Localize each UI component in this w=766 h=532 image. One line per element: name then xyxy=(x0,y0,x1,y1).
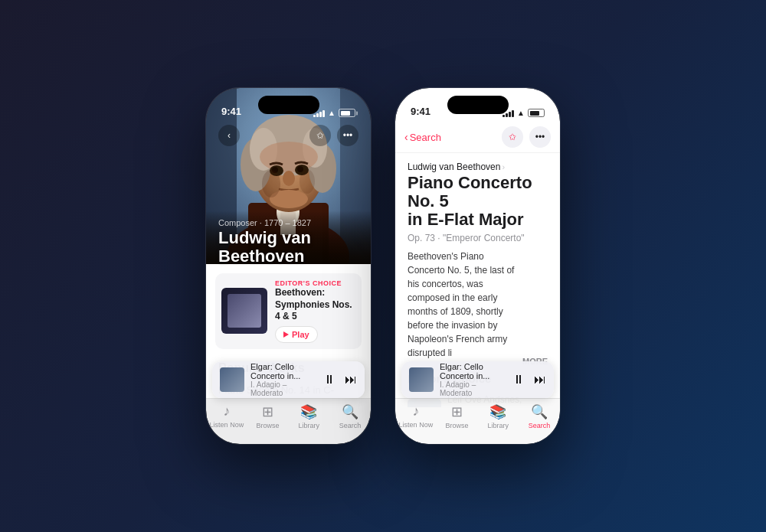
mini-player-subtitle-1: I. Adagio – Moderato xyxy=(250,380,317,397)
composer-chevron: › xyxy=(502,162,505,171)
artist-name: Ludwig vanBeethoven xyxy=(218,229,311,266)
more-button-2[interactable]: ••• xyxy=(529,126,551,148)
next-button-2[interactable]: ⏭ xyxy=(534,373,546,387)
browse-icon-2: ⊞ xyxy=(451,403,463,420)
status-time-1: 9:41 xyxy=(221,106,241,119)
status-time-2: 9:41 xyxy=(411,106,430,119)
mini-player-info-2: Elgar: Cello Concerto in... I. Adagio – … xyxy=(440,362,506,397)
pause-button-2[interactable]: ⏸ xyxy=(512,373,525,387)
phone1-nav: ‹ ✩ ••• xyxy=(206,122,371,149)
tab-bar-2: ♪ Listen Now ⊞ Browse 📚 Library 🔍 Search xyxy=(395,398,560,444)
concerto-subtitle: Op. 73 · "Emperor Concerto" xyxy=(408,233,548,243)
tab-label-listen-2: Listen Now xyxy=(399,421,434,429)
back-label: Search xyxy=(410,132,441,143)
mini-player-subtitle-2: I. Adagio – Moderato xyxy=(440,380,506,397)
svg-point-19 xyxy=(283,171,295,186)
nav2-right: ✩ ••• xyxy=(502,126,551,148)
composer-name: Ludwig van Beethoven xyxy=(408,162,500,172)
tab-label-search-1: Search xyxy=(339,422,362,429)
phone-2: 9:41 ▲ ‹ Sea xyxy=(395,88,560,444)
dynamic-island-2 xyxy=(447,96,509,114)
back-chevron: ‹ xyxy=(404,131,408,143)
tab-label-browse-2: Browse xyxy=(446,422,469,429)
tab-browse-2[interactable]: ⊞ Browse xyxy=(437,403,478,429)
library-icon-2: 📚 xyxy=(489,403,506,420)
concerto-title: Piano Concerto No. 5in E-Flat Major xyxy=(408,174,548,230)
phone-1: 9:41 ▲ ‹ ✩ xyxy=(206,88,371,444)
artist-info: Composer · 1770 – 1827 Ludwig vanBeethov… xyxy=(218,218,311,444)
tab-search-2[interactable]: 🔍 Search xyxy=(519,403,560,429)
mini-player-title-2: Elgar: Cello Concerto in... xyxy=(440,362,506,380)
mini-player-title-1: Elgar: Cello Concerto in... xyxy=(250,362,317,380)
status-icons-1: ▲ xyxy=(313,109,355,119)
mini-player-2[interactable]: Elgar: Cello Concerto in... I. Adagio – … xyxy=(401,361,554,398)
status-icons-2: ▲ xyxy=(502,109,545,119)
search-icon-1: 🔍 xyxy=(342,403,358,420)
star-button-2[interactable]: ✩ xyxy=(502,126,523,148)
concerto-description: Beethoven's Piano Concerto No. 5, the la… xyxy=(408,250,519,360)
svg-point-22 xyxy=(300,169,315,194)
star-button-1[interactable]: ✩ xyxy=(309,125,331,146)
more-button-1[interactable]: ••• xyxy=(337,125,358,146)
wifi-icon-2: ▲ xyxy=(517,109,525,117)
phones-container: 9:41 ▲ ‹ ✩ xyxy=(206,88,560,444)
phone-1-inner: 9:41 ▲ ‹ ✩ xyxy=(206,88,371,444)
back-button-1[interactable]: ‹ xyxy=(218,125,240,146)
tab-label-library-2: Library xyxy=(488,422,509,429)
nav-right-1: ✩ ••• xyxy=(309,125,358,146)
phone-2-inner: 9:41 ▲ ‹ Sea xyxy=(395,88,560,444)
mini-player-info-1: Elgar: Cello Concerto in... I. Adagio – … xyxy=(250,362,317,397)
mini-player-thumb-1 xyxy=(220,367,244,392)
composer-link[interactable]: Ludwig van Beethoven › xyxy=(408,162,548,172)
mini-player-1[interactable]: Elgar: Cello Concerto in... I. Adagio – … xyxy=(212,361,365,398)
svg-point-18 xyxy=(297,166,303,172)
pause-button-1[interactable]: ⏸ xyxy=(323,373,336,387)
dynamic-island-1 xyxy=(258,96,319,114)
tab-label-search-2: Search xyxy=(529,422,551,429)
wifi-icon-1: ▲ xyxy=(328,109,336,117)
tab-search-1[interactable]: 🔍 Search xyxy=(329,403,371,429)
listen-now-icon-2: ♪ xyxy=(412,403,419,419)
search-icon-2: 🔍 xyxy=(531,403,548,420)
mini-player-controls-1: ⏸ ⏭ xyxy=(323,373,357,387)
mini-player-thumb-2 xyxy=(409,367,434,392)
artist-meta: Composer · 1770 – 1827 xyxy=(218,218,311,227)
next-button-1[interactable]: ⏭ xyxy=(345,373,357,387)
tab-library-2[interactable]: 📚 Library xyxy=(478,403,519,429)
phone2-nav: ‹ Search ✩ ••• xyxy=(395,122,560,153)
mini-player-controls-2: ⏸ ⏭ xyxy=(512,373,546,387)
tab-listen-now-2[interactable]: ♪ Listen Now xyxy=(395,403,437,429)
svg-point-21 xyxy=(262,170,280,197)
back-link[interactable]: ‹ Search xyxy=(404,131,441,143)
battery-icon-1 xyxy=(339,109,355,117)
battery-icon-2 xyxy=(528,109,545,117)
